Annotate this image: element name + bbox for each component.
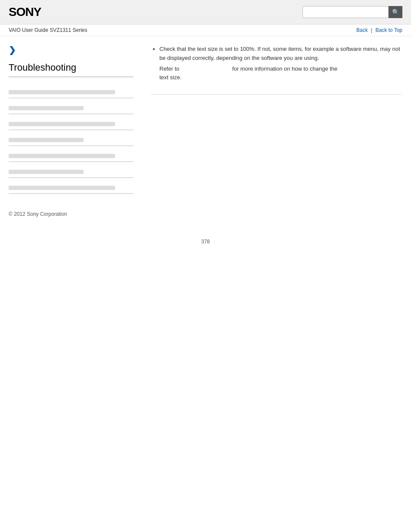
- separator: |: [371, 27, 372, 33]
- bullet-text: Check that the text size is set to 100%.…: [159, 46, 400, 61]
- list-item: Check that the text size is set to 100%.…: [159, 45, 402, 82]
- sidebar-link-placeholder: [9, 138, 84, 142]
- sidebar-item: [9, 114, 134, 130]
- sidebar-item: [9, 162, 134, 178]
- guide-title: VAIO User Guide SVZ1311 Series: [9, 27, 87, 33]
- sony-logo: SONY: [9, 5, 41, 19]
- search-input[interactable]: [302, 6, 389, 18]
- sidebar: ❯ Troubleshooting: [9, 45, 142, 194]
- breadcrumb-bar: VAIO User Guide SVZ1311 Series Back | Ba…: [0, 25, 411, 36]
- sidebar-item: [9, 82, 134, 98]
- page-header: SONY 🔍: [0, 0, 411, 25]
- page-number: 378: [0, 239, 411, 253]
- copyright-text: © 2012 Sony Corporation: [9, 211, 67, 217]
- footer: © 2012 Sony Corporation: [0, 202, 411, 221]
- sidebar-link-placeholder: [9, 90, 115, 94]
- sidebar-link-placeholder: [9, 186, 115, 190]
- sidebar-link-placeholder: [9, 122, 115, 126]
- chevron-icon: ❯: [9, 45, 134, 55]
- refer-text: Refer to for more information on how to …: [159, 65, 402, 83]
- sidebar-link-placeholder: [9, 154, 115, 158]
- back-to-top-link[interactable]: Back to Top: [376, 27, 402, 33]
- sidebar-item: [9, 146, 134, 162]
- nav-links: Back | Back to Top: [356, 27, 402, 33]
- sidebar-link-placeholder: [9, 106, 84, 110]
- content-list: Check that the text size is set to 100%.…: [151, 45, 402, 82]
- sidebar-nav: [9, 82, 134, 194]
- search-icon: 🔍: [392, 9, 399, 16]
- sidebar-item: [9, 130, 134, 146]
- back-link[interactable]: Back: [356, 27, 368, 33]
- sidebar-item: [9, 98, 134, 114]
- sidebar-title: Troubleshooting: [9, 62, 134, 77]
- search-button[interactable]: 🔍: [389, 6, 402, 18]
- search-area: 🔍: [302, 6, 402, 18]
- content-area: Check that the text size is set to 100%.…: [142, 45, 402, 194]
- content-section: Check that the text size is set to 100%.…: [151, 45, 402, 95]
- sidebar-item: [9, 178, 134, 194]
- main-content: ❯ Troubleshooting: [0, 36, 411, 202]
- sidebar-link-placeholder: [9, 170, 84, 174]
